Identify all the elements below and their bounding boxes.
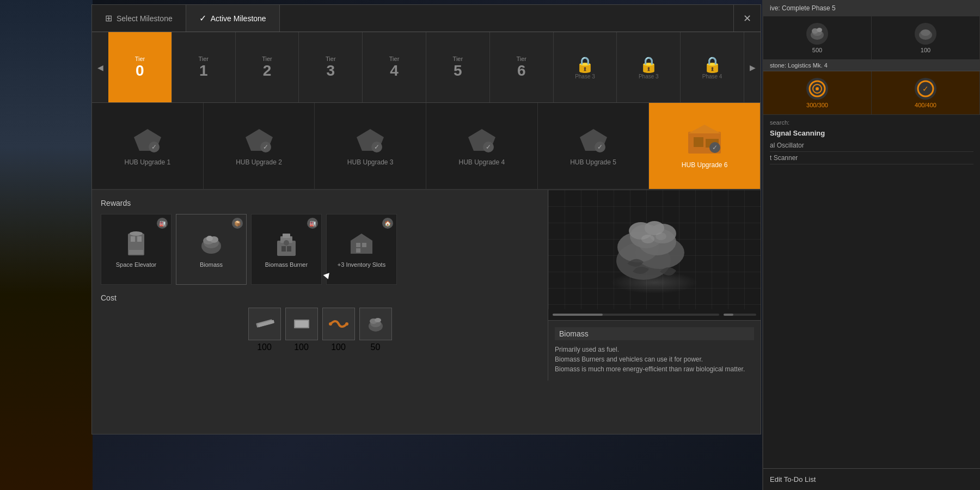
- sidebar-item-cell-1b: 100: [872, 16, 980, 59]
- select-milestone-tab[interactable]: ⊞ Select Milestone: [92, 5, 186, 32]
- rewards-grid: 🏭 Space Elevator 📦: [101, 214, 539, 285]
- cost-amount-1: 100: [257, 342, 272, 352]
- svg-marker-37: [351, 234, 372, 254]
- milestone-name-1: HUB Upgrade 1: [124, 158, 170, 166]
- search-label: search:: [770, 119, 973, 126]
- sidebar-count-2b: 400/400: [915, 102, 936, 108]
- copper-wire-icon: [328, 313, 350, 335]
- svg-rect-40: [356, 248, 360, 253]
- reward-badge-building2: 🏭: [307, 218, 318, 229]
- milestone-name-3: HUB Upgrade 3: [347, 158, 394, 166]
- tier-tab-2[interactable]: Tier 2: [236, 32, 299, 102]
- tier-tab-8[interactable]: 🔒 Phase 3: [617, 32, 681, 102]
- milestone-name-5: HUB Upgrade 5: [570, 158, 616, 166]
- svg-text:✓: ✓: [263, 143, 268, 151]
- hub-upgrade-icon-4: ✓: [465, 126, 498, 152]
- scrollbar-thumb: [553, 314, 603, 316]
- sidebar-items-row-1: 500 100: [763, 16, 980, 60]
- item-thumbnail-1a: [807, 24, 827, 44]
- svg-rect-44: [295, 321, 308, 327]
- milestone-hub-upgrade-6[interactable]: ✓ HUB Upgrade 6: [649, 103, 761, 189]
- rewards-title: Rewards: [101, 199, 539, 207]
- cost-icon-1: [248, 308, 281, 340]
- reward-inventory-slots[interactable]: 🏠 +3 Inventory Slots: [326, 214, 397, 285]
- reward-name-biomass-burner: Biomass Burner: [265, 261, 308, 268]
- reward-badge-building: 🏭: [157, 218, 168, 229]
- reward-space-elevator[interactable]: 🏭 Space Elevator: [101, 214, 171, 285]
- tier-scroll-left[interactable]: ◀: [92, 32, 108, 102]
- svg-rect-35: [287, 246, 291, 252]
- cost-icon-3: [322, 308, 355, 340]
- milestone-hub-upgrade-1[interactable]: ✓ HUB Upgrade 1: [92, 103, 204, 189]
- svg-rect-22: [131, 236, 135, 242]
- svg-point-46: [345, 322, 348, 326]
- cost-amount-3: 100: [331, 342, 346, 352]
- sidebar-item-icon-2b: ✓: [915, 78, 936, 100]
- milestone-hub-upgrade-2[interactable]: ✓ HUB Upgrade 2: [204, 103, 315, 189]
- svg-point-61: [656, 232, 666, 240]
- milestone-label: stone: Logistics Mk. 4: [763, 60, 980, 71]
- hub-upgrade-icon-5: ✓: [577, 126, 610, 152]
- iron-plate-icon: [291, 313, 313, 335]
- milestone-hub-upgrade-5[interactable]: ✓ HUB Upgrade 5: [538, 103, 650, 189]
- reward-name-inventory-slots: +3 Inventory Slots: [338, 261, 385, 268]
- inventory-slots-icon: [348, 231, 375, 258]
- milestone-name-4: HUB Upgrade 4: [458, 158, 505, 166]
- reward-badge-upgrade: 🏠: [382, 218, 393, 229]
- cost-item-4: 50: [359, 308, 392, 352]
- svg-point-36: [284, 240, 289, 246]
- item-thumbnail-1b: [916, 24, 935, 44]
- space-elevator-icon: [122, 231, 150, 258]
- tier-tab-7[interactable]: 🔒 Phase 3: [554, 32, 617, 102]
- rewards-panel: Rewards 🏭 Space Elevator 📦: [92, 190, 548, 381]
- reward-name-biomass: Biomass: [200, 261, 223, 268]
- check-icon: ✓: [199, 13, 206, 23]
- tier-tab-6[interactable]: Tier 6: [490, 32, 554, 102]
- svg-point-45: [329, 322, 332, 326]
- cost-amount-2: 100: [294, 342, 309, 352]
- item-description-text: Primarily used as fuel.Biomass Burners a…: [555, 345, 754, 374]
- tier-tab-9[interactable]: 🔒 Phase 4: [681, 32, 744, 102]
- cost-item-3: 100: [322, 308, 355, 352]
- sidebar-count-1a: 500: [812, 47, 822, 53]
- cost-title: Cost: [101, 293, 539, 302]
- tier-tab-0[interactable]: Tier 0: [108, 32, 172, 102]
- reward-biomass[interactable]: 📦 Biomass: [176, 214, 247, 285]
- milestone-hub-upgrade-3[interactable]: ✓ HUB Upgrade 3: [315, 103, 426, 189]
- reward-biomass-burner[interactable]: 🏭 Biomass Burner: [251, 214, 322, 285]
- scrollbar-thumb-2: [724, 314, 733, 316]
- search-sub-2[interactable]: t Scanner: [770, 152, 973, 164]
- tier-tab-4[interactable]: Tier 4: [363, 32, 426, 102]
- scrollbar-track-2: [724, 314, 756, 316]
- sidebar-items-row-2: ✓ 300/300 ✓ 400/400: [763, 71, 980, 115]
- hub-upgrade-icon-1: ✓: [131, 126, 164, 152]
- svg-text:✓: ✓: [374, 143, 379, 151]
- edit-todo-button[interactable]: Edit To-Do List: [763, 468, 980, 490]
- tier-row: ◀ Tier 0 Tier 1 Tier 2 Tier 3 Tier 4: [92, 32, 761, 103]
- close-button[interactable]: ✕: [733, 5, 761, 32]
- search-sub-1[interactable]: al Oscillator: [770, 139, 973, 152]
- cost-section: Cost 100: [101, 293, 539, 352]
- search-section: search: Signal Scanning al Oscillator t …: [763, 115, 980, 169]
- tier-tab-3[interactable]: Tier 3: [299, 32, 363, 102]
- milestone-hub-upgrade-4[interactable]: ✓ HUB Upgrade 4: [426, 103, 538, 189]
- tier-scroll-right[interactable]: ▶: [744, 32, 761, 102]
- preview-scrollbar[interactable]: [548, 309, 761, 320]
- hub-upgrade-icon-3: ✓: [354, 126, 387, 152]
- select-milestone-label: Select Milestone: [117, 14, 173, 23]
- item-name: Biomass: [555, 327, 754, 340]
- grid-icon: ⊞: [105, 13, 112, 23]
- tier-tab-5[interactable]: Tier 5: [426, 32, 490, 102]
- item-description: Biomass Primarily used as fuel.Biomass B…: [548, 320, 761, 381]
- svg-point-60: [641, 235, 654, 243]
- sidebar-item-icon-1a: [806, 23, 828, 45]
- item-thumbnail-2a: ✓: [807, 79, 827, 99]
- rewards-section: Rewards 🏭 Space Elevator 📦: [92, 190, 761, 381]
- svg-rect-23: [137, 236, 142, 242]
- active-milestone-tab[interactable]: ✓ Active Milestone: [186, 5, 280, 32]
- svg-rect-39: [362, 243, 366, 247]
- cost-amount-4: 50: [371, 342, 381, 352]
- sidebar-item-icon-2a: ✓: [806, 78, 828, 100]
- cost-item-2: 100: [285, 308, 318, 352]
- tier-tab-1[interactable]: Tier 1: [172, 32, 236, 102]
